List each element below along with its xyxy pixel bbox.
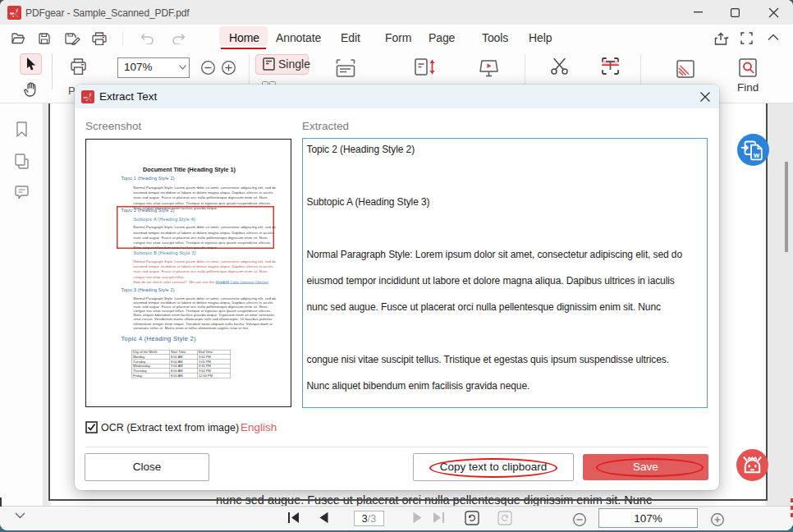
svg-text:w: w <box>753 151 760 159</box>
